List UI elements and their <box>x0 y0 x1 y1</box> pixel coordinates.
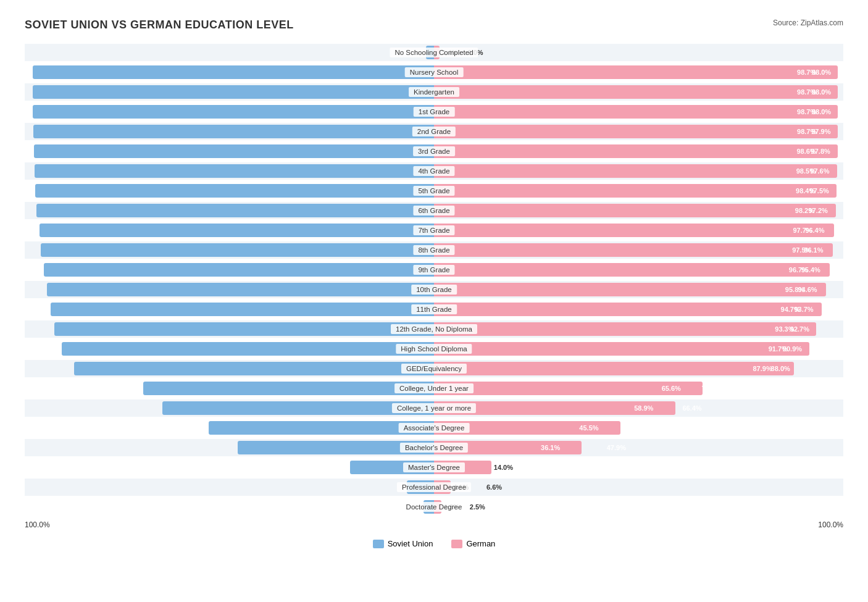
bar-row: High School Diploma90.9%91.7% <box>25 340 843 357</box>
val-german: 98.5% <box>796 167 816 175</box>
val-german: 14.0% <box>494 464 513 471</box>
bar-german <box>434 46 440 59</box>
bars-area: No Schooling Completed2.0%1.4%Nursery Sc… <box>25 44 843 516</box>
bar-row: 6th Grade97.2%98.2% <box>25 202 843 219</box>
bar-row: 11th Grade93.7%94.7% <box>25 301 843 318</box>
legend-german-label: German <box>466 539 495 548</box>
bar-row: Nursery School98.0%98.7% <box>25 64 843 81</box>
bar-soviet <box>74 362 434 375</box>
bar-row: College, 1 year or more66.4%58.9% <box>25 399 843 417</box>
val-soviet: 2.5% <box>470 503 485 511</box>
val-german: 98.7% <box>797 69 816 76</box>
bar-soviet <box>33 105 434 119</box>
bar-row: 2nd Grade97.9%98.7% <box>25 123 843 140</box>
bar-soviet <box>33 125 434 138</box>
chart-title: SOVIET UNION VS GERMAN EDUCATION LEVEL <box>25 19 843 31</box>
val-soviet: 55.1% <box>636 424 655 432</box>
bar-german <box>434 263 830 277</box>
val-german: 98.6% <box>796 148 816 155</box>
legend: Soviet Union German <box>25 539 843 548</box>
bar-row: 10th Grade94.6%95.8% <box>25 281 843 298</box>
axis-left: 100.0% <box>25 520 50 529</box>
val-german: 58.9% <box>634 404 653 412</box>
val-german: 4.1% <box>453 483 469 491</box>
val-soviet: 47.9% <box>607 444 626 451</box>
val-german: 87.9% <box>753 365 772 372</box>
val-soviet: 6.6% <box>486 483 502 491</box>
bar-german <box>434 303 822 316</box>
bar-soviet <box>54 322 434 336</box>
bar-soviet <box>426 46 434 59</box>
val-german: 97.5% <box>792 246 811 254</box>
bar-german <box>434 144 838 158</box>
bar-soviet <box>209 421 434 435</box>
bar-german <box>434 125 838 138</box>
bar-row: 3rd Grade97.8%98.6% <box>25 143 843 160</box>
bar-german <box>434 65 838 79</box>
bar-german <box>434 322 816 336</box>
bar-german <box>434 362 794 375</box>
val-german: 98.2% <box>795 207 814 214</box>
bar-soviet <box>35 184 434 198</box>
val-german: 1.4% <box>442 49 457 56</box>
bar-soviet <box>44 263 435 277</box>
bar-soviet <box>162 401 434 415</box>
bar-soviet <box>41 243 434 257</box>
bar-soviet <box>33 85 434 99</box>
val-german: 98.7% <box>797 88 816 96</box>
bar-german <box>434 85 838 99</box>
axis-right: 100.0% <box>818 520 843 529</box>
val-german: 93.3% <box>775 325 794 333</box>
legend-soviet: Soviet Union <box>373 539 433 548</box>
bar-soviet <box>36 204 434 217</box>
val-german: 95.8% <box>785 286 804 293</box>
val-german: 1.8% <box>444 503 459 511</box>
bar-german <box>434 243 833 257</box>
bar-german <box>434 480 451 494</box>
bar-soviet <box>238 441 434 454</box>
axis-row: 100.0% 100.0% <box>25 520 843 529</box>
bar-row: Kindergarten98.0%98.7% <box>25 83 843 101</box>
bar-german <box>434 105 838 119</box>
bar-german <box>434 461 491 474</box>
german-color-box <box>451 540 462 548</box>
bar-row: Bachelor's Degree47.9%36.1% <box>25 439 843 456</box>
bar-row: College, Under 1 year71.1%65.6% <box>25 380 843 397</box>
val-german: 91.7% <box>769 345 788 353</box>
bar-row: Professional Degree6.6%4.1% <box>25 479 843 496</box>
bar-row: 9th Grade95.4%96.7% <box>25 261 843 278</box>
bar-german <box>434 342 809 356</box>
val-german: 65.6% <box>662 385 681 392</box>
bar-row: 12th Grade, No Diploma92.7%93.3% <box>25 320 843 338</box>
bar-soviet <box>350 461 434 474</box>
bar-german <box>434 164 837 178</box>
val-german: 94.7% <box>781 306 800 313</box>
bar-soviet <box>40 224 434 237</box>
chart-container: SOVIET UNION VS GERMAN EDUCATION LEVEL S… <box>0 0 868 585</box>
bar-soviet <box>34 144 434 158</box>
soviet-color-box <box>373 540 384 548</box>
val-soviet: 88.0% <box>771 365 790 372</box>
bar-german <box>434 283 826 296</box>
val-soviet: 2.0% <box>467 49 483 56</box>
source-text: Source: ZipAtlas.com <box>773 19 843 27</box>
val-german: 96.7% <box>789 266 808 274</box>
bar-german <box>434 224 834 237</box>
bar-soviet <box>35 164 434 178</box>
val-german: 36.1% <box>541 444 560 451</box>
bar-row: Doctorate Degree2.5%1.8% <box>25 498 843 516</box>
bar-soviet <box>407 480 434 494</box>
bar-german <box>434 500 441 514</box>
bar-row: 4th Grade97.6%98.5% <box>25 162 843 180</box>
val-german: 45.5% <box>579 424 598 432</box>
bar-row: 1st Grade98.0%98.7% <box>25 103 843 120</box>
bar-row: 8th Grade96.1%97.5% <box>25 241 843 259</box>
bar-row: Associate's Degree55.1%45.5% <box>25 419 843 437</box>
bar-soviet <box>51 303 434 316</box>
bar-soviet <box>47 283 434 296</box>
legend-soviet-label: Soviet Union <box>388 539 433 548</box>
bar-german <box>434 184 837 198</box>
val-soviet: 71.1% <box>702 385 721 392</box>
bar-soviet <box>62 342 434 356</box>
bar-row: Master's Degree20.5%14.0% <box>25 459 843 476</box>
